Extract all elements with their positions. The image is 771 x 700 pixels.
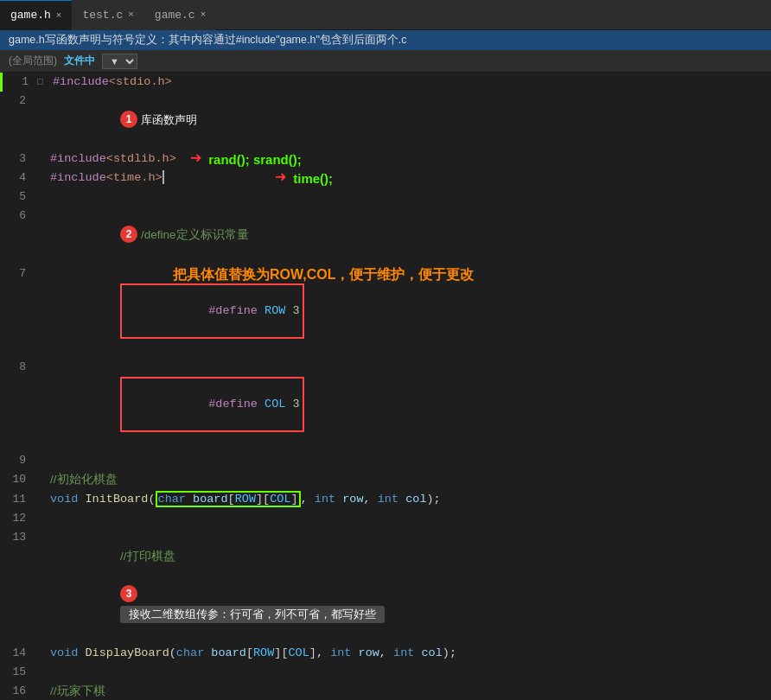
line-num-10: 10 [0,470,35,489]
code-content-6: 2/define定义标识常量 [47,207,771,264]
tab-game-c[interactable]: game.c × [144,0,216,30]
code-line-14: 14 void DisplayBoard(char board[ROW][COL… [0,644,771,663]
fold-icon-2 [35,92,47,111]
code-content-3: #include<stdlib.h> [47,150,771,169]
code-content-2: 1库函数声明 [47,92,771,150]
breadcrumb-dropdown[interactable]: ▼ [102,54,137,69]
code-line-5: 5 [0,188,771,207]
fold-icon-1[interactable]: □ [37,73,49,92]
code-content-1: #include<stdio.h> [49,73,771,92]
annotation-tooltip-3: 接收二维数组传参：行可省，列不可省，都写好些 [120,606,385,623]
annotation-circle-1: 1 [120,111,137,128]
code-line-13: 13 //打印棋盘 3 接收二维数组传参：行可省，列不可省，都写好些 [0,528,771,644]
code-content-12 [47,509,771,528]
fold-icon-16 [35,682,47,700]
title-annotation-text: game.h写函数声明与符号定义：其中内容通过#include"game.h"包… [9,34,407,46]
line-num-5: 5 [0,188,35,207]
code-content-16: //玩家下棋 [47,682,771,700]
code-line-4: 4 #include<time.h> ➜ time(); [0,169,771,188]
close-tab-game-c[interactable]: × [201,10,207,20]
line-num-14: 14 [0,644,35,663]
fold-icon-6 [35,207,47,226]
tab-label-game-c: game.c [155,9,195,22]
line-num-15: 15 [0,663,35,682]
close-tab-test-c[interactable]: × [128,10,134,20]
code-line-8: 8 #define COL 3 [0,358,771,451]
tab-bar: game.h × test.c × game.c × [0,0,771,30]
code-line-1: 1 □ #include<stdio.h> [0,73,771,92]
breadcrumb-scope: (全局范围) [9,54,57,68]
code-content-7: #define ROW 3 [47,264,771,358]
line-num-1: 1 [3,73,37,92]
code-area: 1 □ #include<stdio.h> 2 1库函数声明 3 #includ… [0,73,771,700]
breadcrumb-bar: (全局范围) 文件中 ▼ [0,50,771,73]
fold-icon-11 [35,490,47,509]
tab-label-test-c: test.c [82,9,123,22]
fold-icon-9 [35,451,47,470]
fold-icon-15 [35,663,47,682]
code-line-9: 9 [0,451,771,470]
fold-icon-5 [35,188,47,207]
line-num-12: 12 [0,509,35,528]
code-line-16: 16 //玩家下棋 [0,682,771,700]
code-content-11: void InitBoard(char board[ROW][COL], int… [47,490,771,509]
line-num-3: 3 [0,150,35,169]
code-line-7: 7 #define ROW 3 把具体值替换为ROW,COL，便于维护，便于更改 [0,264,771,358]
line-num-8: 8 [0,358,35,377]
fold-icon-3 [35,150,47,169]
tab-game-h[interactable]: game.h × [0,0,72,30]
code-content-10: //初始化棋盘 [47,470,771,490]
annotation-circle-3: 3 [120,585,137,602]
annotation-circle-2: 2 [120,226,137,243]
code-line-12: 12 [0,509,771,528]
fold-icon-10 [35,470,47,489]
code-line-15: 15 [0,663,771,682]
code-content-15 [47,663,771,682]
title-annotation-bar: game.h写函数声明与符号定义：其中内容通过#include"game.h"包… [0,30,771,50]
fold-icon-12 [35,509,47,528]
fold-icon-4 [35,169,47,188]
fold-icon-7 [35,264,47,283]
code-content-8: #define COL 3 [47,358,771,451]
fold-icon-13 [35,528,47,547]
code-content-13: //打印棋盘 3 接收二维数组传参：行可省，列不可省，都写好些 [47,528,771,644]
code-line-11: 11 void InitBoard(char board[ROW][COL], … [0,490,771,509]
close-tab-game-h[interactable]: × [56,10,62,21]
code-line-3: 3 #include<stdlib.h> ➜ rand(); srand(); [0,150,771,169]
code-editor[interactable]: 1 □ #include<stdio.h> 2 1库函数声明 3 #includ… [0,73,771,700]
tab-label-game-h: game.h [10,9,51,22]
line-num-13: 13 [0,528,35,547]
line-num-6: 6 [0,207,35,226]
line-num-16: 16 [0,682,35,700]
fold-icon-8 [35,358,47,377]
line-num-2: 2 [0,92,35,111]
breadcrumb-file[interactable]: 文件中 [64,54,95,68]
code-content-4: #include<time.h> [47,169,771,188]
code-content-9 [47,451,771,470]
code-line-6: 6 2/define定义标识常量 [0,207,771,264]
line-num-7: 7 [0,264,35,283]
fold-icon-14 [35,644,47,663]
code-content-5 [47,188,771,207]
editor-window: game.h × test.c × game.c × game.h写函数声明与符… [0,0,771,700]
tab-test-c[interactable]: test.c × [72,0,143,30]
code-content-14: void DisplayBoard(char board[ROW][COL], … [47,644,771,663]
line-num-11: 11 [0,490,35,509]
code-line-2: 2 1库函数声明 [0,92,771,150]
code-line-10: 10 //初始化棋盘 [0,470,771,490]
line-num-4: 4 [0,169,35,188]
line-num-9: 9 [0,451,35,470]
